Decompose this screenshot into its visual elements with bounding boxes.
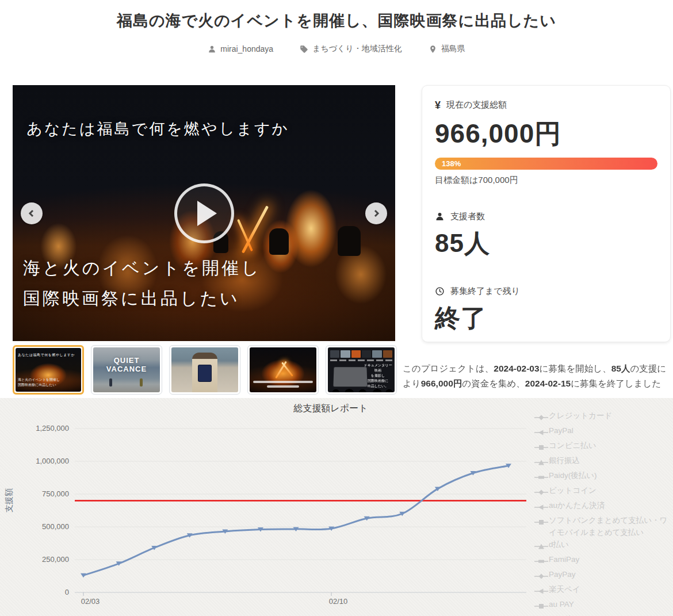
- svg-text:1,000,000: 1,000,000: [36, 457, 69, 465]
- thumbnail-documentary-collage[interactable]: ドキュメンタリー映画を撮影し国際映画祭に出品したい。: [326, 345, 397, 395]
- svg-text:1,250,000: 1,250,000: [36, 424, 69, 433]
- legend-marker-icon: [534, 499, 549, 514]
- legend-marker-icon: [534, 454, 549, 469]
- legend-marker-icon: [534, 613, 549, 616]
- thumbnail-person-with-book[interactable]: [169, 345, 240, 395]
- legend-marker-icon: [534, 514, 549, 529]
- legend-marker-icon: [534, 598, 549, 613]
- legend-marker-icon: [534, 568, 549, 583]
- filmstrip: [330, 350, 392, 358]
- progress-percent: 138%: [435, 159, 461, 168]
- chevron-left-icon: [27, 209, 36, 218]
- legend-item[interactable]: d払い: [534, 538, 673, 553]
- play-button[interactable]: [174, 183, 234, 243]
- total-amount-value: 966,000円: [435, 116, 657, 152]
- legend-marker-icon: [534, 439, 549, 454]
- person-silhouette: [269, 228, 289, 255]
- thumbnail-burning-figure[interactable]: [247, 345, 319, 395]
- legend-item[interactable]: 楽天ペイ: [534, 583, 673, 598]
- carousel-prev-button[interactable]: [21, 202, 43, 224]
- deadline-block: 募集終了まで残り 終了: [435, 286, 657, 335]
- legend-marker-icon: [534, 469, 549, 484]
- legend-marker-icon: [534, 410, 549, 424]
- supporters-value: 85人: [435, 227, 657, 261]
- legend-marker-icon: [534, 538, 549, 553]
- svg-text:02/10: 02/10: [329, 597, 348, 606]
- chart-legend: クレジットカードPayPalコンビニ払い銀行振込Paidy(後払い)ビットコイン…: [534, 410, 673, 616]
- yen-icon: ¥: [435, 100, 441, 110]
- svg-text:0: 0: [65, 588, 69, 596]
- video-overlay-title: 海と火のイベントを開催し 国際映画祭に出品したい: [23, 253, 261, 313]
- cinema-screen: [333, 367, 367, 387]
- svg-text:02/03: 02/03: [81, 597, 100, 606]
- category-name: まちづくり・地域活性化: [312, 44, 402, 54]
- svg-text:250,000: 250,000: [42, 555, 69, 564]
- legend-item[interactable]: 銀行振込: [534, 454, 673, 469]
- map-pin-icon: [429, 45, 437, 53]
- video-overlay-question: あなたは福島で何を燃やしますか: [26, 118, 381, 139]
- person-silhouette: [338, 226, 361, 256]
- legend-item[interactable]: PayPay: [534, 568, 673, 583]
- owner-link[interactable]: mirai_hondaya: [208, 44, 273, 54]
- location-name: 福島県: [441, 44, 465, 54]
- legend-item[interactable]: ビットコイン: [534, 484, 673, 499]
- svg-text:支援額: 支援額: [4, 488, 13, 512]
- clock-icon: [435, 286, 445, 296]
- legend-item[interactable]: PayPal: [534, 424, 673, 439]
- thumbnail-strip: あなたは福島で何を燃やしますか 海と火のイベントを開催し 国際映画祭に出品したい…: [13, 345, 395, 395]
- legend-item[interactable]: コンビニ払い: [534, 439, 673, 454]
- thumbnail-fire-scene[interactable]: あなたは福島で何を燃やしますか 海と火のイベントを開催し 国際映画祭に出品したい: [13, 345, 84, 395]
- stats-card: ¥ 現在の支援総額 966,000円 138% 目標金額は700,000円 支援…: [422, 85, 671, 342]
- supporters-block: 支援者数 85人: [435, 211, 657, 261]
- deadline-value: 終了: [435, 301, 657, 335]
- user-icon: [435, 212, 445, 221]
- owner-name: mirai_hondaya: [220, 44, 273, 53]
- page-title: 福島の海で火のイベントを開催し、国際映画祭に出品したい: [0, 10, 673, 31]
- legend-marker-icon: [534, 484, 549, 499]
- play-icon: [197, 201, 217, 226]
- burning-sculpture: [242, 205, 269, 254]
- goal-amount-text: 目標金額は700,000円: [435, 175, 657, 186]
- thumbnail-caption: ドキュメンタリー映画を撮影し国際映画祭に出品したい。: [363, 363, 393, 389]
- thumbnail-quiet-vacance[interactable]: QUIET VACANCE: [91, 345, 162, 395]
- legend-marker-icon: [534, 583, 549, 598]
- legend-item[interactable]: ソフトバンクまとめて支払い・ワイモバイルまとめて支払い: [534, 514, 673, 538]
- svg-text:500,000: 500,000: [42, 522, 69, 531]
- legend-marker-icon: [534, 424, 549, 439]
- project-meta: mirai_hondaya まちづくり・地域活性化 福島県: [0, 44, 673, 54]
- navy-book: [198, 365, 211, 381]
- legend-marker-icon: [534, 553, 549, 568]
- progress-bar: 138%: [435, 158, 657, 170]
- location-link[interactable]: 福島県: [429, 44, 465, 54]
- user-icon: [208, 45, 216, 53]
- total-amount-label-row: ¥ 現在の支援総額: [435, 100, 657, 110]
- category-link[interactable]: まちづくり・地域活性化: [300, 44, 402, 54]
- chevron-right-icon: [372, 209, 381, 218]
- carousel-next-button[interactable]: [365, 202, 387, 224]
- legend-item[interactable]: auかんたん決済: [534, 499, 673, 514]
- legend-item[interactable]: Paidy(後払い): [534, 469, 673, 484]
- video-player[interactable]: あなたは福島で何を燃やしますか 海と火のイベントを開催し 国際映画祭に出品したい: [13, 85, 395, 341]
- support-report-chart: 総支援額レポート 0250,000500,000750,0001,000,000…: [0, 398, 673, 616]
- legend-item[interactable]: FamiPay: [534, 553, 673, 568]
- svg-text:750,000: 750,000: [42, 489, 69, 498]
- project-summary: このプロジェクトは、2024-02-03に募集を開始し、85人の支援により966…: [403, 361, 672, 392]
- legend-item[interactable]: その他: [534, 613, 673, 616]
- legend-item[interactable]: au PAY: [534, 598, 673, 613]
- legend-item[interactable]: クレジットカード: [534, 410, 673, 424]
- project-page: 福島の海で火のイベントを開催し、国際映画祭に出品したい mirai_honday…: [0, 0, 673, 616]
- tag-icon: [300, 45, 308, 53]
